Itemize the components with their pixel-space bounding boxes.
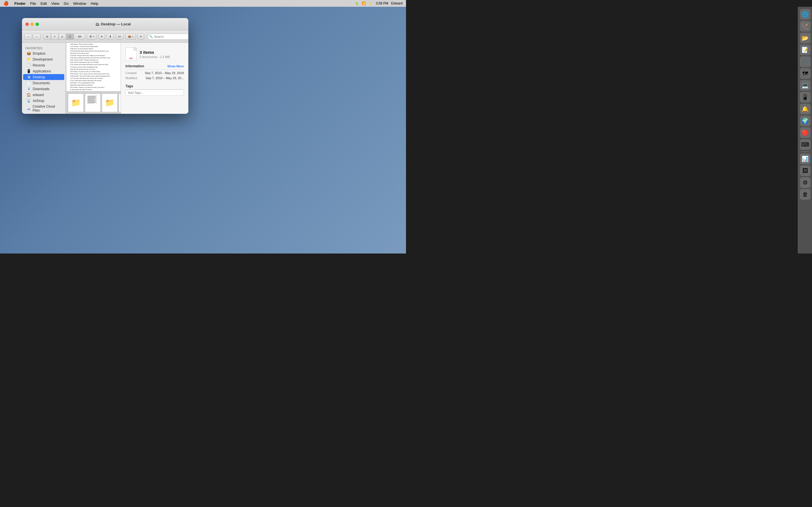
battery-indicator: 🔋 (355, 1, 359, 5)
forward-button[interactable]: › (33, 34, 41, 40)
sidebar-item-label: Applications (33, 69, 51, 73)
sidebar-item-edward[interactable]: 🏠 edward (23, 92, 64, 98)
sidebar-item-label: Creative Cloud Files (33, 105, 62, 112)
sidebar-item-documents[interactable]: 📄 Documents (23, 80, 64, 86)
menu-finder[interactable]: Finder (14, 1, 26, 6)
info-header: PDF 3 items 3 documents - 1.5 MB (125, 47, 184, 61)
sidebar-item-recents[interactable]: 🕐 Recents (23, 62, 64, 68)
maximize-button[interactable] (36, 22, 39, 26)
title-folder-icon: 🗂 (95, 22, 99, 26)
thumbnail-folder1[interactable]: 📁 (68, 94, 84, 112)
dropbox-button[interactable]: 📦 ▾ (125, 34, 136, 40)
sidebar-item-label: Recents (33, 63, 45, 67)
cloud-icon: ☁ (27, 107, 31, 111)
minimize-button[interactable] (31, 22, 34, 26)
tag-icon: 🏷 (118, 35, 121, 38)
menu-window[interactable]: Window (73, 1, 86, 6)
doc-thumb-1 (87, 95, 99, 111)
doc-fold (134, 48, 137, 50)
documents-icon: 📄 (27, 81, 31, 85)
tag-icon-2: ▾ (140, 35, 142, 38)
information-section-title: Information Show More (125, 64, 184, 69)
created-label: Created (125, 71, 137, 75)
dropdown-icon: ▾ (101, 35, 102, 38)
settings-button[interactable]: ⚙ ▾ (87, 34, 97, 40)
information-label: Information (125, 64, 144, 68)
thumbnail-doc1[interactable] (85, 94, 101, 112)
recents-icon: 🕐 (27, 63, 31, 67)
column-view-button[interactable]: ⫼ (59, 34, 66, 40)
icon-view-button[interactable]: ⊞ (43, 34, 51, 40)
menu-file[interactable]: File (30, 1, 36, 6)
doc-page-front: Some paraphrased citations from the Aene… (66, 43, 121, 91)
info-panel: PDF 3 items 3 documents - 1.5 MB Informa… (121, 43, 188, 114)
menu-go[interactable]: Go (64, 1, 68, 6)
sidebar-item-downloads[interactable]: ⬇ Downloads (23, 86, 64, 92)
sidebar-item-creative-cloud[interactable]: ☁ Creative Cloud Files (23, 104, 64, 113)
sidebar-item-development[interactable]: 📁 Development (23, 56, 64, 62)
finder-window: 🗂 Desktop — Local ‹ › ⊞ ≡ ⫼ ⊡ ⊞▾ ⚙ ▾ ▾ (22, 18, 188, 114)
tags-input[interactable] (125, 90, 184, 96)
clock: 3:58 PM (376, 1, 389, 5)
modified-label: Modified (125, 76, 137, 80)
apple-menu[interactable]: 🍎 (3, 1, 9, 6)
nav-buttons: ‹ › (24, 34, 41, 40)
window-title: 🗂 Desktop — Local (41, 22, 185, 26)
back-button[interactable]: ‹ (24, 34, 32, 40)
folder-thumb-icon-2: 📁 (105, 98, 115, 107)
favorites-section-label: Favorites (22, 45, 65, 50)
folder-thumb-icon: 📁 (71, 98, 81, 107)
gallery-view-button[interactable]: ⊡ (66, 34, 73, 40)
list-view-button[interactable]: ≡ (51, 34, 58, 40)
coverflow-view-button[interactable]: ⊞▾ (74, 34, 85, 40)
dropbox-icon: 📦 (128, 35, 131, 38)
main-content: Some paraphrased citations from the Aene… (66, 43, 121, 114)
tags-section-title: Tags (125, 84, 184, 90)
toolbar: ‹ › ⊞ ≡ ⫼ ⊡ ⊞▾ ⚙ ▾ ▾ ⬆ 🏷 (22, 31, 188, 43)
menubar: 🍎 Finder File Edit View Go Window Help 🔋… (0, 0, 406, 7)
sidebar-item-desktop[interactable]: 🖥 Desktop (23, 74, 64, 80)
sidebar-item-label: Downloads (33, 87, 49, 91)
modified-value: Sep 7, 2010 – May 29, 20... (146, 76, 184, 80)
menu-help[interactable]: Help (91, 1, 98, 6)
document-preview[interactable]: Some paraphrased citations from the Aene… (66, 43, 121, 91)
information-section: Information Show More Created Sep 7, 201… (125, 64, 184, 80)
folder-icon: 📁 (27, 57, 31, 61)
downloads-icon: ⬇ (27, 87, 31, 91)
menu-edit[interactable]: Edit (41, 1, 47, 6)
thumbnail-folder2[interactable]: 📁 (102, 94, 117, 112)
search-input[interactable] (147, 34, 188, 40)
created-value: Sep 7, 2010 – May 29, 2018 (145, 71, 184, 75)
menu-view[interactable]: View (51, 1, 59, 6)
item-count: 3 items (140, 50, 170, 55)
icloud-section-label: iCloud (22, 113, 65, 114)
tag-button[interactable]: 🏷 (116, 34, 123, 40)
tag-btn-2[interactable]: ▾ (138, 34, 144, 40)
info-doc-icon: PDF (125, 47, 137, 61)
action-button[interactable]: ▾ (98, 34, 105, 40)
airdrop-icon: 📡 (27, 99, 31, 103)
modified-row: Modified Sep 7, 2010 – May 29, 20... (125, 76, 184, 80)
close-button[interactable] (26, 22, 29, 26)
show-more-button[interactable]: Show More (167, 64, 184, 68)
tags-label: Tags (125, 84, 133, 88)
thumbnail-strip: 📁 (66, 91, 121, 114)
search-wrapper: 🔍 (147, 34, 188, 40)
sidebar-item-airdrop[interactable]: 📡 AirDrop (23, 98, 64, 104)
sidebar-item-label: edward (33, 93, 44, 97)
sidebar-item-label: Documents (33, 81, 50, 85)
username: Edward (391, 1, 403, 5)
sidebar-item-dropbox[interactable]: 📦 Dropbox (23, 50, 64, 56)
title-bar: 🗂 Desktop — Local (22, 18, 188, 31)
item-detail: 3 documents - 1.5 MB (140, 55, 170, 59)
thumbnail-doc2[interactable] (119, 94, 121, 112)
traffic-lights (26, 22, 39, 26)
desktop-icon: 🖥 (27, 75, 31, 79)
dropbox-sidebar-icon: 📦 (27, 51, 31, 55)
sidebar-item-applications[interactable]: 📱 Applications (23, 68, 64, 74)
desktop: 🗂 Desktop — Local ‹ › ⊞ ≡ ⫼ ⊡ ⊞▾ ⚙ ▾ ▾ (0, 7, 406, 253)
sidebar-item-label: AirDrop (33, 99, 44, 103)
wifi-indicator: 📶 (362, 1, 366, 5)
sidebar-item-label: Desktop (33, 75, 45, 79)
share-button[interactable]: ⬆ (107, 34, 114, 40)
